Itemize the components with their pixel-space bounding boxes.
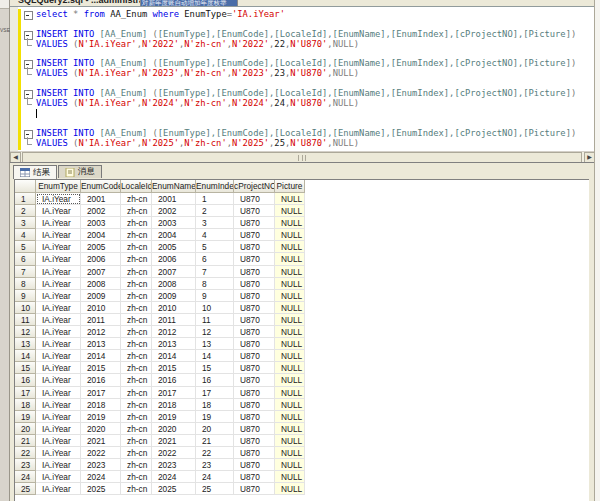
code-line[interactable]: VALUES (N'IA.iYear',N'2023',N'zh-cn',N'2… [22,69,595,79]
column-header-enumname[interactable]: EnumName [152,180,196,193]
row-number[interactable]: 5 [15,241,36,253]
grid-cell[interactable]: U870 [234,471,275,483]
grid-cell[interactable]: zh-cn [121,217,152,229]
column-header-picture[interactable]: Picture [275,180,305,193]
grid-cell[interactable]: NULL [275,290,305,302]
grid-cell[interactable]: IA.iYear [36,459,81,471]
grid-cell[interactable]: U870 [234,278,275,290]
grid-cell[interactable]: U870 [234,459,275,471]
grid-cell[interactable]: zh-cn [121,290,152,302]
grid-cell[interactable]: IA.iYear [36,193,81,205]
grid-cell[interactable]: 9 [196,290,234,302]
grid-cell[interactable]: U870 [234,350,275,362]
grid-cell[interactable]: 2003 [152,217,196,229]
grid-cell[interactable]: U870 [234,290,275,302]
grid-cell[interactable]: 2019 [152,411,196,423]
grid-cell[interactable]: NULL [275,362,305,374]
grid-cell[interactable]: U870 [234,253,275,265]
grid-cell[interactable]: 15 [196,362,234,374]
grid-cell[interactable]: 2001 [152,193,196,205]
column-header-localeid[interactable]: LocaleId [121,180,152,193]
sql-editor[interactable]: select * from AA_Enum where EnumType='IA… [10,7,595,151]
grid-cell[interactable]: IA.iYear [36,278,81,290]
grid-cell[interactable]: IA.iYear [36,471,81,483]
grid-cell[interactable]: 16 [196,374,234,386]
grid-cell[interactable]: U870 [234,338,275,350]
grid-cell[interactable]: 2025 [152,483,196,495]
grid-cell[interactable]: zh-cn [121,423,152,435]
grid-cell[interactable]: IA.iYear [36,241,81,253]
grid-cell[interactable]: U870 [234,387,275,399]
grid-cell[interactable]: 2020 [81,423,121,435]
grid-cell[interactable]: zh-cn [121,350,152,362]
grid-cell[interactable]: 14 [196,350,234,362]
grid-cell[interactable]: 2016 [81,374,121,386]
grid-cell[interactable]: U870 [234,217,275,229]
grid-cell[interactable]: NULL [275,435,305,447]
grid-cell[interactable]: NULL [275,253,305,265]
grid-cell[interactable]: 2008 [152,278,196,290]
grid-cell[interactable]: 22 [196,447,234,459]
code-line[interactable]: VALUES (N'IA.iYear',N'2025',N'zh-cn',N'2… [22,139,595,149]
grid-cell[interactable]: zh-cn [121,435,152,447]
grid-cell[interactable]: U870 [234,266,275,278]
row-number[interactable]: 1 [15,193,36,205]
grid-cell[interactable]: 17 [196,387,234,399]
row-number[interactable]: 15 [15,362,36,374]
grid-cell[interactable]: IA.iYear [36,326,81,338]
row-number[interactable]: 17 [15,387,36,399]
grid-cell[interactable]: NULL [275,241,305,253]
grid-cell[interactable]: 5 [196,241,234,253]
column-header-enumcode[interactable]: EnumCode [81,180,121,193]
grid-cell[interactable]: 2017 [152,387,196,399]
fold-collapse-icon[interactable] [22,10,36,20]
grid-cell[interactable]: IA.iYear [36,314,81,326]
grid-cell[interactable]: IA.iYear [36,447,81,459]
code-line[interactable] [22,109,595,119]
grid-cell[interactable]: 2007 [152,266,196,278]
grid-cell[interactable]: 2023 [152,459,196,471]
grid-cell[interactable]: 2012 [152,326,196,338]
grid-cell[interactable]: 7 [196,266,234,278]
grid-cell[interactable]: NULL [275,411,305,423]
grid-cell[interactable]: zh-cn [121,241,152,253]
grid-cell[interactable]: 24 [196,471,234,483]
grid-cell[interactable]: IA.iYear [36,387,81,399]
grid-cell[interactable]: 2011 [81,314,121,326]
grid-cell[interactable]: 4 [196,229,234,241]
code-lines[interactable]: select * from AA_Enum where EnumType='IA… [22,10,595,148]
grid-cell[interactable]: 2011 [152,314,196,326]
grid-cell[interactable]: 2010 [81,302,121,314]
grid-cell[interactable]: 2021 [81,435,121,447]
grid-cell[interactable]: 2017 [81,387,121,399]
grid-cell[interactable]: NULL [275,302,305,314]
grid-cell[interactable]: 2018 [81,399,121,411]
grid-cell[interactable]: zh-cn [121,447,152,459]
grid-cell[interactable]: 2015 [81,362,121,374]
grid-cell[interactable]: NULL [275,459,305,471]
row-number[interactable]: 25 [15,483,36,495]
grid-cell[interactable]: U870 [234,447,275,459]
grid-cell[interactable]: 2022 [152,447,196,459]
row-number[interactable]: 14 [15,350,36,362]
grid-cell[interactable]: 18 [196,399,234,411]
grid-cell[interactable]: zh-cn [121,387,152,399]
grid-cell[interactable]: 10 [196,302,234,314]
grid-cell[interactable]: IA.iYear [36,229,81,241]
grid-cell[interactable]: NULL [275,229,305,241]
grid-cell[interactable]: U870 [234,314,275,326]
grid-cell[interactable]: 2025 [81,483,121,495]
column-header-enumindex[interactable]: EnumIndex [196,180,234,193]
grid-cell[interactable]: U870 [234,229,275,241]
row-number[interactable]: 21 [15,435,36,447]
grid-cell[interactable]: IA.iYear [36,302,81,314]
grid-cell[interactable]: IA.iYear [36,350,81,362]
grid-cell[interactable]: NULL [275,447,305,459]
grid-cell[interactable]: U870 [234,374,275,386]
editor-horizontal-scrollbar[interactable]: ◀ ▶ [10,151,595,162]
grid-cell[interactable]: 2024 [152,471,196,483]
grid-cell[interactable]: zh-cn [121,266,152,278]
grid-cell[interactable]: IA.iYear [36,423,81,435]
grid-cell[interactable]: 2016 [152,374,196,386]
row-number[interactable]: 16 [15,374,36,386]
